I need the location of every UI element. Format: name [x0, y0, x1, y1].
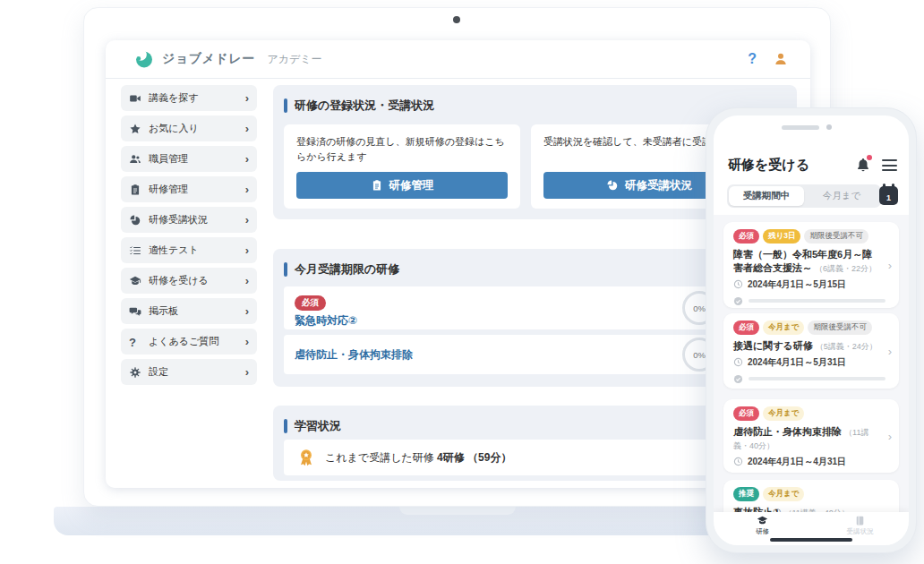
nav-label: 受講状況 — [847, 527, 874, 536]
graduation-cap-icon — [756, 515, 769, 526]
section-accent-bar — [284, 98, 287, 113]
graduation-cap-icon — [129, 275, 141, 287]
sidebar-item-label: お気に入り — [149, 122, 199, 135]
training-meta: （5講義・24分） — [816, 342, 877, 351]
clock-icon — [733, 357, 743, 367]
medal-icon — [296, 448, 316, 467]
pie-chart-icon — [606, 179, 619, 192]
chevron-right-icon: › — [888, 345, 892, 358]
training-management-button[interactable]: 研修管理 — [296, 172, 508, 199]
brand-logo-icon — [133, 48, 154, 70]
sidebar-item-find-lectures[interactable]: 講義を探す › — [121, 85, 257, 111]
notification-dot — [867, 155, 872, 160]
chat-bubbles-icon — [129, 305, 141, 318]
question-icon: ? — [129, 336, 141, 348]
clock-icon — [733, 457, 743, 466]
training-card[interactable]: 必須 残り3日 期限後受講不可 障害（一般）令和5年度6月～障害者総合支援法～ … — [723, 222, 899, 308]
phone-page-title: 研修を受ける — [728, 157, 809, 174]
book-icon — [853, 515, 867, 526]
period-tabs: 受講期間中 今月まで — [727, 184, 881, 208]
checklist-icon — [129, 244, 141, 257]
chevron-right-icon: › — [245, 305, 249, 317]
note-badge: 期限後受講不可 — [804, 229, 868, 244]
help-icon[interactable]: ? — [748, 51, 757, 67]
required-badge: 必須 — [733, 229, 759, 244]
sidebar: 講義を探す › お気に入り › 職員管理 › 研修管理 › 研修受講状況 — [121, 85, 257, 385]
sidebar-item-label: 適性テスト — [149, 244, 199, 257]
nav-label: 研修 — [756, 527, 769, 536]
sidebar-item-label: 研修を受ける — [149, 274, 209, 287]
clipboard-icon — [129, 184, 141, 196]
sidebar-item-training-status[interactable]: 研修受講状況 › — [121, 207, 257, 233]
chevron-right-icon: › — [245, 275, 249, 286]
training-card[interactable]: 必須 今月まで 期限後受講不可 接遇に関する研修 （5講義・24分） › 202… — [723, 313, 899, 389]
card-description: 登録済の研修の見直し、新規研修の登録はこちらから行えます — [296, 134, 508, 165]
learning-count: 4研修 — [437, 451, 465, 464]
chevron-right-icon: › — [245, 214, 249, 226]
sidebar-item-board[interactable]: 掲示板 › — [121, 298, 257, 324]
tab-in-period[interactable]: 受講期間中 — [729, 186, 804, 206]
progress-bar — [749, 299, 886, 303]
stage: ジョブメドレー アカデミー ? 講義を探す › お気に入り › — [0, 0, 924, 564]
phone-camera-icon — [826, 124, 832, 130]
video-camera-icon — [129, 92, 141, 105]
required-badge: 必須 — [733, 320, 759, 335]
sidebar-item-label: 研修受講状況 — [149, 213, 208, 226]
training-title: 障害（一般）令和5年度6月～障害者総合支援法～ （6講義・22分） — [733, 248, 889, 275]
app-logo[interactable]: ジョブメドレー アカデミー — [133, 48, 322, 70]
section-title: 今月受講期限の研修 — [295, 261, 399, 278]
app-header: ジョブメドレー アカデミー ? — [106, 40, 810, 79]
sidebar-item-settings[interactable]: 設定 › — [121, 359, 257, 385]
training-date: 2024年4月1日～5月31日 — [748, 356, 846, 369]
training-title: 虐待防止・身体拘束排除 （11講義・40分） — [733, 425, 889, 452]
section-header: 研修の登録状況・受講状況 — [273, 85, 797, 114]
section-accent-bar — [284, 419, 287, 433]
sidebar-item-label: 職員管理 — [149, 152, 188, 166]
training-meta: （6講義・22分） — [815, 264, 877, 273]
sidebar-item-favorites[interactable]: お気に入り › — [121, 115, 257, 141]
required-badge: 必須 — [295, 295, 326, 311]
tab-until-this-month[interactable]: 今月まで — [804, 186, 879, 206]
deadline-badge: 今月まで — [763, 406, 804, 421]
gear-icon — [129, 366, 141, 379]
chevron-right-icon: › — [888, 259, 892, 272]
sidebar-item-faq[interactable]: ? よくあるご質問 › — [121, 329, 257, 355]
required-badge: 必須 — [733, 406, 759, 421]
chevron-right-icon: › — [245, 153, 249, 165]
section-title: 研修の登録状況・受講状況 — [295, 98, 434, 114]
sidebar-item-label: 講義を探す — [149, 91, 199, 105]
training-link[interactable]: 虐待防止・身体拘束排除 — [295, 347, 413, 363]
notification-bell-icon[interactable] — [855, 156, 871, 174]
training-date: 2024年4月1日～4月31日 — [748, 456, 846, 468]
check-circle-icon — [733, 296, 743, 306]
training-card[interactable]: 必須 今月まで 虐待防止・身体拘束排除 （11講義・40分） › 2024年4月… — [723, 399, 899, 473]
recommend-badge: 推奨 — [733, 487, 759, 501]
sidebar-item-label: 設定 — [149, 365, 168, 379]
button-label: 研修受講状況 — [625, 178, 692, 193]
button-label: 研修管理 — [389, 178, 434, 193]
chevron-right-icon: › — [888, 430, 892, 443]
training-link[interactable]: 緊急時対応② — [295, 313, 357, 329]
menu-icon[interactable] — [882, 159, 897, 175]
training-title-text: 接遇に関する研修 — [733, 340, 813, 351]
sidebar-item-label: 研修管理 — [149, 183, 188, 196]
deadline-badge: 今月まで — [763, 487, 804, 501]
people-icon — [129, 153, 141, 166]
chevron-right-icon: › — [245, 244, 249, 256]
sidebar-item-label: よくあるご質問 — [149, 335, 218, 348]
logo-text-sub: アカデミー — [267, 52, 321, 67]
chevron-right-icon: › — [245, 184, 249, 195]
webcam-icon — [453, 16, 460, 23]
progress-bar — [749, 377, 886, 380]
check-circle-icon — [733, 374, 743, 384]
pie-chart-icon — [129, 214, 141, 226]
sidebar-item-take-training[interactable]: 研修を受ける › — [121, 268, 257, 294]
sidebar-item-aptitude-test[interactable]: 適性テスト › — [121, 237, 257, 263]
chevron-right-icon: › — [245, 123, 249, 134]
calendar-day: 1 — [886, 193, 891, 202]
sidebar-item-staff-management[interactable]: 職員管理 › — [121, 146, 257, 172]
user-account-icon[interactable] — [773, 51, 789, 67]
sidebar-item-training-management[interactable]: 研修管理 › — [121, 176, 257, 202]
home-indicator[interactable] — [770, 538, 852, 542]
calendar-icon[interactable]: 1 — [879, 186, 898, 205]
